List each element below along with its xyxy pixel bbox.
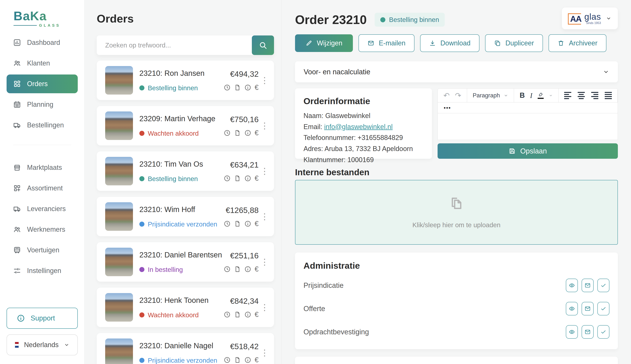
info-icon[interactable] bbox=[244, 356, 251, 364]
language-select[interactable]: Nederlands bbox=[7, 334, 78, 355]
align-center-icon[interactable] bbox=[578, 92, 585, 99]
order-card[interactable]: 23210: Henk Toonen Wachten akkoord €842,… bbox=[97, 288, 274, 327]
support-button[interactable]: Support bbox=[7, 308, 78, 329]
save-button[interactable]: Opslaan bbox=[438, 143, 618, 159]
kebab-menu-icon[interactable]: ⋮ bbox=[259, 333, 271, 364]
administration-heading: Administratie bbox=[303, 260, 609, 271]
partner-account-dropdown[interactable]: AA glas Sinds 1953 bbox=[562, 8, 618, 29]
euro-icon[interactable]: € bbox=[255, 266, 259, 272]
info-icon[interactable] bbox=[244, 311, 251, 318]
archiveer-button[interactable]: Archiveer bbox=[548, 34, 606, 52]
eye-button[interactable] bbox=[566, 302, 578, 316]
chevron-down-icon[interactable] bbox=[549, 94, 553, 98]
download-button[interactable]: Download bbox=[420, 34, 479, 52]
order-status: Bestelling binnen bbox=[139, 175, 224, 182]
order-card[interactable]: 23209: Martin Verhage Wachten akkoord €7… bbox=[97, 106, 274, 146]
sidebar-item-werknemers[interactable]: Werknemers bbox=[7, 220, 78, 239]
clock-icon[interactable] bbox=[224, 356, 231, 364]
check-button[interactable] bbox=[597, 325, 609, 339]
order-card[interactable]: 23210: Ron Jansen Bestelling binnen €494… bbox=[97, 60, 274, 100]
file-icon[interactable] bbox=[234, 130, 241, 136]
redo-icon[interactable]: ↷ bbox=[455, 92, 461, 99]
sidebar-item-dashboard[interactable]: Dashboard bbox=[7, 33, 78, 52]
clock-icon[interactable] bbox=[224, 220, 231, 227]
save-icon bbox=[509, 148, 516, 154]
align-left-icon[interactable] bbox=[564, 92, 571, 99]
order-card[interactable]: 23210: Daniel Barentsen In bestelling €2… bbox=[97, 242, 274, 282]
sidebar-item-leveranciers[interactable]: Leveranciers bbox=[7, 200, 78, 218]
toolbar-overflow-button[interactable]: ••• bbox=[438, 102, 618, 113]
kebab-menu-icon[interactable]: ⋮ bbox=[259, 152, 271, 191]
sidebar-item-assortiment[interactable]: Assortiment bbox=[7, 179, 78, 198]
file-icon[interactable] bbox=[234, 220, 241, 227]
sidebar-item-klanten[interactable]: Klanten bbox=[7, 54, 78, 72]
info-icon[interactable] bbox=[244, 266, 251, 272]
file-upload-dropzone[interactable]: Klik/sleep hier om te uploaden bbox=[295, 180, 618, 245]
email-link[interactable]: info@glaswebwinkel.nl bbox=[324, 123, 393, 130]
mail-button[interactable] bbox=[582, 302, 594, 316]
kebab-menu-icon[interactable]: ⋮ bbox=[259, 106, 271, 146]
euro-icon[interactable]: € bbox=[255, 84, 259, 91]
order-card[interactable]: 23210: Wim Hoff Prijsindicatie verzonden… bbox=[97, 197, 274, 236]
order-status: Bestelling binnen bbox=[139, 84, 224, 92]
info-icon[interactable] bbox=[244, 130, 251, 136]
eye-button[interactable] bbox=[566, 279, 578, 292]
sidebar-item-orders[interactable]: Orders bbox=[7, 74, 78, 93]
sidebar-item-planning[interactable]: Planning bbox=[7, 95, 78, 114]
order-card[interactable]: 23210: Tim Van Os Bestelling binnen €634… bbox=[97, 152, 274, 191]
mail-button[interactable] bbox=[582, 325, 594, 339]
eye-button[interactable] bbox=[566, 325, 578, 339]
clock-icon[interactable] bbox=[224, 84, 231, 91]
sidebar-item-instellingen[interactable]: Instellingen bbox=[7, 261, 78, 280]
clock-icon[interactable] bbox=[224, 175, 231, 182]
info-icon[interactable] bbox=[244, 175, 251, 182]
euro-icon[interactable]: € bbox=[255, 220, 259, 227]
kebab-menu-icon[interactable]: ⋮ bbox=[259, 242, 271, 282]
dupliceer-button[interactable]: Dupliceer bbox=[485, 34, 543, 52]
sidebar-item-marktplaats[interactable]: Marktplaats bbox=[7, 158, 78, 177]
order-price: €1265,88 bbox=[226, 206, 259, 215]
kebab-menu-icon[interactable]: ⋮ bbox=[259, 288, 271, 327]
file-icon[interactable] bbox=[234, 311, 241, 318]
info-icon[interactable] bbox=[244, 220, 251, 227]
calc-collapse-panel[interactable]: Voor- en nacalculatie bbox=[295, 61, 618, 82]
text-color-button[interactable] bbox=[538, 92, 544, 99]
undo-icon[interactable]: ↶ bbox=[443, 92, 450, 99]
euro-icon[interactable]: € bbox=[255, 129, 259, 136]
euro-icon[interactable]: € bbox=[255, 356, 259, 364]
euro-icon[interactable]: € bbox=[255, 175, 259, 182]
file-icon[interactable] bbox=[234, 175, 241, 182]
bold-button[interactable]: B bbox=[520, 92, 525, 100]
sidebar-item-voertuigen[interactable]: Voertuigen bbox=[7, 241, 78, 260]
clock-icon[interactable] bbox=[224, 266, 231, 272]
align-justify-icon[interactable] bbox=[605, 92, 612, 99]
info-icon[interactable] bbox=[244, 84, 251, 91]
search-button[interactable] bbox=[252, 36, 274, 55]
admin-document-row: Offerte bbox=[303, 297, 609, 320]
order-thumbnail-photo bbox=[105, 157, 133, 186]
editor-content-area[interactable] bbox=[438, 113, 618, 140]
order-status-label: Prijsindicatie verzonden bbox=[148, 357, 217, 364]
kebab-menu-icon[interactable]: ⋮ bbox=[259, 197, 271, 236]
mail-button[interactable] bbox=[582, 279, 594, 292]
file-icon[interactable] bbox=[234, 356, 241, 364]
paragraph-style-select[interactable]: Paragraph bbox=[473, 92, 508, 99]
order-card-title: 23209: Martin Verhage bbox=[139, 114, 224, 123]
italic-button[interactable]: I bbox=[530, 92, 532, 100]
baka-glass-logo: BaKa GLASS bbox=[14, 10, 61, 28]
e-mailen-button[interactable]: E-mailen bbox=[359, 34, 415, 52]
wijzigen-button[interactable]: Wijzigen bbox=[295, 34, 353, 52]
logo-underline bbox=[14, 25, 37, 26]
search-input[interactable] bbox=[97, 42, 252, 49]
check-button[interactable] bbox=[597, 302, 609, 316]
order-card[interactable]: 23210: Danielle Nagel Prijsindicatie ver… bbox=[97, 333, 274, 364]
check-button[interactable] bbox=[597, 279, 609, 292]
file-icon[interactable] bbox=[234, 84, 241, 91]
file-icon[interactable] bbox=[234, 266, 241, 272]
clock-icon[interactable] bbox=[224, 311, 231, 318]
euro-icon[interactable]: € bbox=[255, 311, 259, 318]
clock-icon[interactable] bbox=[224, 130, 231, 136]
sidebar-item-bestellingen[interactable]: Bestellingen bbox=[7, 116, 78, 134]
align-right-icon[interactable] bbox=[591, 92, 598, 99]
kebab-menu-icon[interactable]: ⋮ bbox=[259, 60, 271, 100]
